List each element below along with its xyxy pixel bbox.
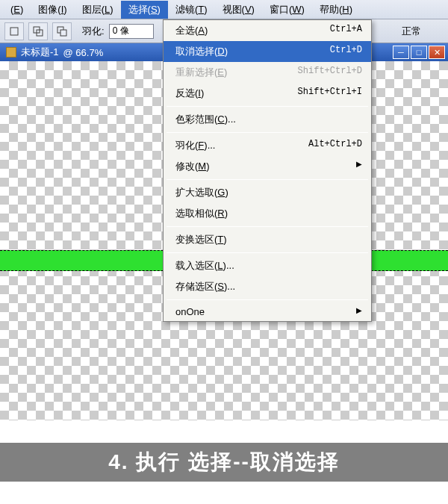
- menu-window[interactable]: 窗口(W): [262, 1, 312, 19]
- menu-select[interactable]: 选择(S): [121, 1, 168, 19]
- document-title: 未标题-1: [21, 46, 59, 59]
- menu-separator: [167, 226, 368, 227]
- menu-separator: [167, 179, 368, 180]
- menu-separator: [167, 106, 368, 107]
- tool-button-1[interactable]: [4, 22, 24, 40]
- menu-transform-selection[interactable]: 变换选区(T): [164, 229, 371, 250]
- svg-rect-4: [60, 30, 66, 36]
- document-icon: [6, 47, 16, 57]
- feather-input[interactable]: [109, 24, 154, 39]
- menu-view[interactable]: 视图(V): [215, 1, 262, 19]
- select-menu-dropdown: 全选(A)Ctrl+A 取消选择(D)Ctrl+D 重新选择(E)Shift+C…: [163, 19, 372, 322]
- menu-onone[interactable]: onOne▶: [164, 302, 371, 321]
- menu-separator: [167, 132, 368, 133]
- minimize-button[interactable]: ─: [393, 46, 409, 59]
- menu-layer[interactable]: 图层(L): [75, 1, 121, 19]
- document-zoom: @ 66.7%: [63, 47, 104, 58]
- menu-feather[interactable]: 羽化(F)...Alt+Ctrl+D: [164, 135, 371, 156]
- document-titlebar: 未标题-1 @ 66.7%: [0, 43, 163, 61]
- chevron-right-icon: ▶: [356, 160, 362, 173]
- menu-load-selection[interactable]: 载入选区(L)...: [164, 255, 371, 276]
- menu-reselect: 重新选择(E)Shift+Ctrl+D: [164, 62, 371, 83]
- menu-filter[interactable]: 滤镜(T): [168, 1, 215, 19]
- menubar: (E) 图像(I) 图层(L) 选择(S) 滤镜(T) 视图(V) 窗口(W) …: [0, 0, 448, 19]
- tutorial-caption: 4. 执行 选择--取消选择: [0, 443, 448, 482]
- feather-label: 羽化:: [82, 25, 105, 38]
- menu-modify[interactable]: 修改(M)▶: [164, 156, 371, 177]
- tool-button-3[interactable]: [52, 22, 72, 40]
- menu-separator: [167, 252, 368, 253]
- tool-button-2[interactable]: [28, 22, 48, 40]
- menu-separator: [167, 299, 368, 300]
- menu-inverse[interactable]: 反选(I)Shift+Ctrl+I: [164, 83, 371, 104]
- close-button[interactable]: ✕: [429, 46, 445, 59]
- mode-text: 正常: [402, 25, 421, 38]
- menu-deselect[interactable]: 取消选择(D)Ctrl+D: [164, 41, 371, 62]
- svg-rect-0: [10, 28, 18, 35]
- menu-similar[interactable]: 选取相似(R): [164, 203, 371, 224]
- menu-color-range[interactable]: 色彩范围(C)...: [164, 109, 371, 130]
- maximize-button[interactable]: □: [411, 46, 427, 59]
- menu-image[interactable]: 图像(I): [31, 1, 74, 19]
- menu-select-all[interactable]: 全选(A)Ctrl+A: [164, 20, 371, 41]
- chevron-right-icon: ▶: [356, 306, 362, 317]
- menu-grow[interactable]: 扩大选取(G): [164, 182, 371, 203]
- menu-help[interactable]: 帮助(H): [312, 1, 360, 19]
- menu-save-selection[interactable]: 存储选区(S)...: [164, 276, 371, 297]
- menu-edit[interactable]: (E): [3, 1, 31, 17]
